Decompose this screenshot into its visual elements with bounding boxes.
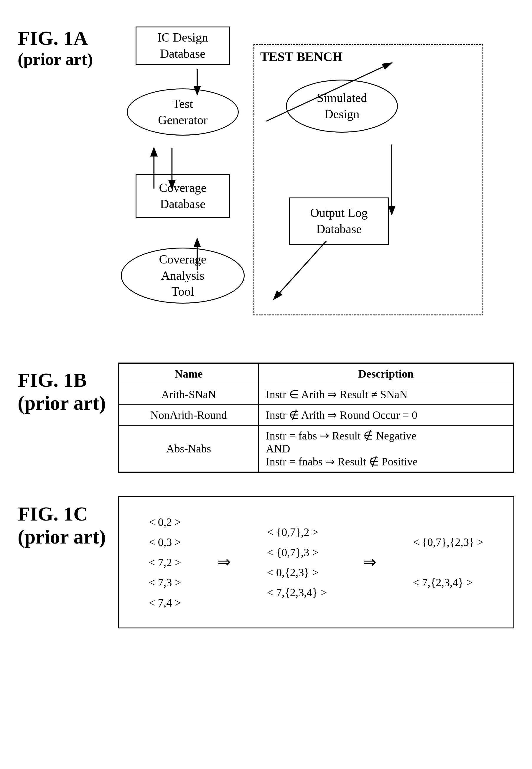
table-header-name: Name [119,363,258,384]
output-log-db-box: Output Log Database [289,197,389,245]
table-header-description: Description [258,363,513,384]
fig1a-section: FIG. 1A (prior art) TEST BENCH IC Design… [18,21,514,345]
row1-name: Arith-SNaN [119,384,258,405]
fig1a-label: FIG. 1A (prior art) [18,21,118,345]
coverage-analysis-tool-box: Coverage Analysis Tool [121,248,245,304]
table-row: Arith-SNaN Instr ∈ Arith ⇒ Result ≠ SNaN [119,384,513,405]
table-row: NonArith-Round Instr ∉ Arith ⇒ Round Occ… [119,405,513,425]
fig1c-arrow2: ⇒ [357,548,382,577]
fig1b-table: Name Description Arith-SNaN Instr ∈ Arit… [118,363,514,472]
simulated-design-box: Simulated Design [286,80,398,133]
test-generator-box: Test Generator [127,88,239,136]
table-row: Abs-Nabs Instr = fabs ⇒ Result ∉ Negativ… [119,425,513,472]
row3-description: Instr = fabs ⇒ Result ∉ Negative AND Ins… [258,425,513,472]
coverage-database-box: Coverage Database [136,174,230,218]
fig1c-col3: < {0,7},{2,3} > < 7,{2,3,4} > [413,532,483,592]
test-bench-label: TEST BENCH [260,49,342,64]
ic-design-db-box: IC Design Database [136,27,230,65]
fig1b-label: FIG. 1B (prior art) [18,363,118,414]
row2-description: Instr ∉ Arith ⇒ Round Occur = 0 [258,405,513,425]
fig1c-label: FIG. 1C (prior art) [18,496,118,548]
fig1c-col1: < 0,2 > < 0,3 > < 7,2 > < 7,3 > < 7,4 > [149,512,181,613]
fig1b-section: FIG. 1B (prior art) Name Description Ari… [18,363,514,473]
fig1c-box: < 0,2 > < 0,3 > < 7,2 > < 7,3 > < 7,4 > … [118,496,514,628]
fig1b-table-container: Name Description Arith-SNaN Instr ∈ Arit… [118,363,514,473]
fig1c-arrow1: ⇒ [212,548,237,577]
page: FIG. 1A (prior art) TEST BENCH IC Design… [0,0,532,769]
row2-name: NonArith-Round [119,405,258,425]
fig1c-col2: < {0,7},2 > < {0,7},3 > < 0,{2,3} > < 7,… [267,522,327,603]
row1-description: Instr ∈ Arith ⇒ Result ≠ SNaN [258,384,513,405]
fig1c-section: FIG. 1C (prior art) < 0,2 > < 0,3 > < 7,… [18,496,514,628]
fig1a-diagram: TEST BENCH IC Design Database Test Gener… [118,21,514,345]
row3-name: Abs-Nabs [119,425,258,472]
